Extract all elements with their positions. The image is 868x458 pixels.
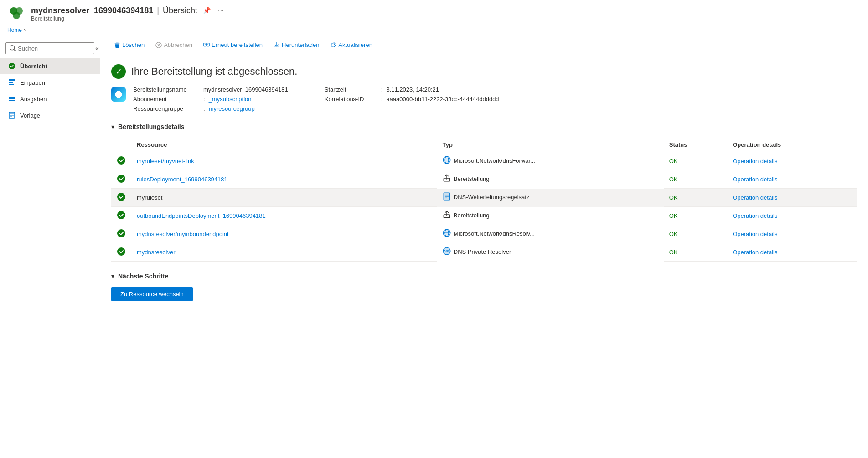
search-input[interactable]	[18, 45, 94, 52]
operation-details-link[interactable]: Operation details	[733, 249, 777, 256]
breadcrumb: Home ›	[0, 25, 868, 35]
info-left-col: Bereitstellungsname mydnsresolver_169904…	[133, 86, 288, 112]
sidebar-collapse-button[interactable]: «	[94, 45, 100, 52]
subscription-label: Abonnement	[133, 96, 202, 103]
row-check-icon	[117, 247, 126, 256]
col-type: Typ	[437, 138, 664, 152]
breadcrumb-home[interactable]: Home	[7, 27, 22, 33]
type-icon	[443, 156, 451, 165]
type-text: DNS Private Resolver	[454, 248, 511, 255]
refresh-button[interactable]: Aktualisieren	[326, 39, 377, 51]
main-content: Löschen Abbrechen Erneut bereitstellen H…	[100, 35, 868, 457]
row-check-cell	[111, 170, 131, 189]
download-icon	[274, 42, 280, 48]
redeploy-icon	[203, 42, 210, 48]
operation-details-link[interactable]: Operation details	[733, 158, 777, 165]
type-icon: DNS	[443, 247, 451, 257]
operation-details-link[interactable]: Operation details	[733, 231, 777, 237]
operation-details-cell: Operation details	[727, 152, 857, 170]
resource-link[interactable]: mydnsresolver/myinboundendpoint	[137, 231, 229, 237]
next-steps-chevron-icon[interactable]: ▾	[111, 273, 114, 280]
svg-rect-9	[9, 100, 15, 101]
type-icon	[443, 174, 451, 184]
operation-details-cell: Operation details	[727, 243, 857, 262]
svg-point-21	[117, 156, 125, 165]
operation-details-cell: Operation details	[727, 225, 857, 243]
svg-point-20	[115, 91, 122, 98]
svg-point-2	[13, 12, 20, 19]
row-check-cell	[111, 189, 131, 207]
sidebar-label-overview: Übersicht	[20, 63, 47, 70]
inputs-icon	[7, 78, 16, 87]
svg-rect-5	[9, 82, 13, 83]
app-logo	[7, 5, 26, 23]
resource-group-link[interactable]: myresourcegroup	[209, 105, 255, 112]
type-text: Microsoft.Network/dnsResolv...	[454, 230, 535, 237]
more-options-button[interactable]: ···	[216, 5, 226, 15]
svg-rect-6	[9, 84, 14, 85]
resource-link[interactable]: myruleset/myvnet-link	[137, 158, 194, 165]
table-row: mydnsresolver DNS DNS Private Resolver O…	[111, 243, 857, 262]
table-row: mydnsresolver/myinboundendpoint Microsof…	[111, 225, 857, 243]
toolbar: Löschen Abbrechen Erneut bereitstellen H…	[100, 35, 868, 55]
resource-link[interactable]: rulesDeployment_1699046394181	[137, 176, 227, 183]
type-text: Bereitstellung	[454, 212, 490, 219]
delete-label: Löschen	[122, 41, 145, 48]
svg-point-36	[117, 229, 125, 237]
svg-text:DNS: DNS	[444, 250, 450, 253]
cancel-button[interactable]: Abbrechen	[151, 39, 197, 51]
table-row: myruleset/myvnet-link Microsoft.Network/…	[111, 152, 857, 170]
col-check	[111, 138, 131, 152]
outputs-icon	[7, 94, 16, 103]
row-check-cell	[111, 243, 131, 262]
delete-button[interactable]: Löschen	[109, 39, 149, 51]
resource-cell: outboundEndpointsDeployment_169904639418…	[131, 207, 437, 225]
status-cell: OK	[664, 243, 727, 262]
correlation-id-value: aaaa0000-bb11-2222-33cc-444444dddddd	[386, 96, 499, 103]
operation-details-cell: Operation details	[727, 189, 857, 207]
next-steps-section: ▾ Nächste Schritte Zu Ressource wechseln	[111, 273, 857, 301]
go-to-resource-button[interactable]: Zu Ressource wechseln	[111, 287, 193, 301]
operation-details-link[interactable]: Operation details	[733, 176, 777, 183]
status-cell: OK	[664, 189, 727, 207]
type-text: Bereitstellung	[454, 175, 490, 182]
download-label: Herunterladen	[282, 41, 319, 48]
page-title: mydnsresolver_1699046394181	[31, 6, 153, 15]
status-cell: OK	[664, 225, 727, 243]
sidebar-item-inputs[interactable]: Eingaben	[0, 74, 100, 91]
sidebar-item-template[interactable]: Vorlage	[0, 107, 100, 124]
next-steps-title: Nächste Schritte	[118, 273, 168, 280]
section-title: Bereitstellungsdetails	[118, 123, 185, 130]
col-operation-details: Operation details	[727, 138, 857, 152]
type-cell: DNS-Weiterleitungsregelsatz	[437, 189, 664, 206]
overview-icon	[7, 62, 16, 71]
success-title: Ihre Bereitstellung ist abgeschlossen.	[131, 66, 297, 77]
sidebar-item-outputs[interactable]: Ausgaben	[0, 91, 100, 107]
table-row: rulesDeployment_1699046394181 Bereitstel…	[111, 170, 857, 189]
table-row: myruleset DNS-Weiterleitungsregelsatz OK…	[111, 189, 857, 207]
section-chevron-icon[interactable]: ▾	[111, 123, 114, 130]
resource-cell: myruleset/myvnet-link	[131, 152, 437, 170]
start-time-value: 3.11.2023, 14:20:21	[386, 86, 439, 93]
col-resource: Ressource	[131, 138, 437, 152]
redeploy-button[interactable]: Erneut bereitstellen	[199, 39, 267, 51]
resource-link[interactable]: mydnsresolver	[137, 249, 176, 256]
subscription-link[interactable]: _mysubscription	[209, 96, 252, 103]
cancel-icon	[155, 42, 162, 48]
resource-group-label: Ressourcengruppe	[133, 105, 202, 112]
page-section: Übersicht	[163, 6, 197, 15]
sidebar-item-overview[interactable]: Übersicht	[0, 58, 100, 74]
resource-link[interactable]: outboundEndpointsDeployment_169904639418…	[137, 212, 266, 219]
details-table: Ressource Typ Status Operation details m…	[111, 138, 857, 262]
svg-rect-8	[9, 98, 15, 99]
operation-details-link[interactable]: Operation details	[733, 194, 777, 201]
pin-button[interactable]: 📌	[201, 6, 212, 15]
type-cell: Bereitstellung	[437, 207, 664, 224]
correlation-id-label: Korrelations-ID	[325, 96, 379, 103]
download-button[interactable]: Herunterladen	[269, 39, 324, 51]
row-check-icon	[117, 192, 126, 201]
svg-point-41	[117, 247, 125, 256]
operation-details-link[interactable]: Operation details	[733, 212, 777, 219]
status-cell: OK	[664, 152, 727, 170]
resource-cell: mydnsresolver	[131, 243, 437, 262]
